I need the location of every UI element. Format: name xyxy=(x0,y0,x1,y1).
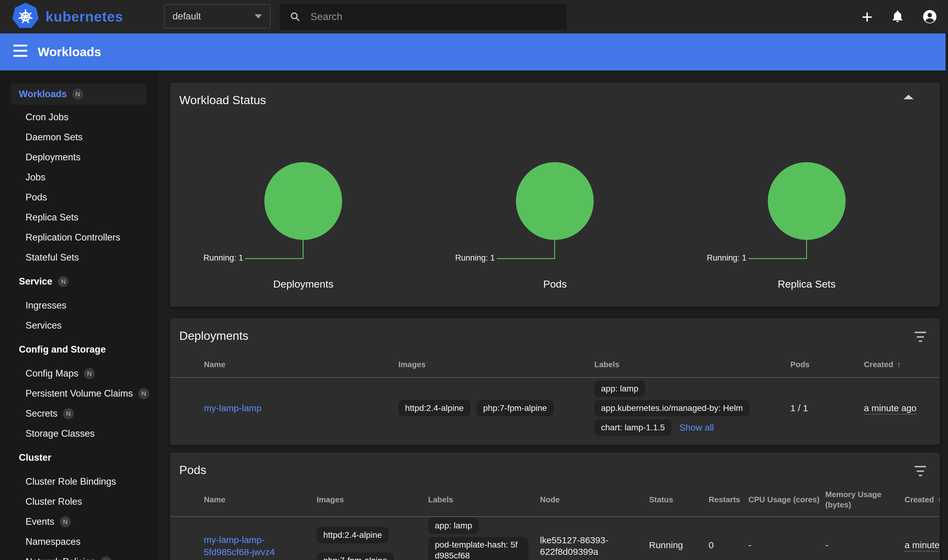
deployments-card-title: Deployments xyxy=(179,329,248,343)
sidebar-item-cluster-role-bindings[interactable]: Cluster Role Bindings xyxy=(0,472,158,492)
pod-name-link[interactable]: my-lamp-lamp-5fd985cf68-jwvz4 xyxy=(204,535,275,557)
chart-title: Deployments xyxy=(177,278,429,290)
sidebar-item-replication-controllers[interactable]: Replication Controllers xyxy=(0,228,158,248)
chart-title: Pods xyxy=(429,278,681,290)
search-input[interactable] xyxy=(310,11,548,23)
label-chip: chart: lamp-1.1.5 xyxy=(594,419,672,436)
column-header-pods[interactable]: Pods xyxy=(790,360,864,369)
sidebar-item-network-policies[interactable]: Network Policies N xyxy=(0,552,158,560)
sidebar-nav: Workloads N Cron Jobs Daemon Sets Deploy… xyxy=(0,71,158,560)
search-bar[interactable] xyxy=(279,4,567,30)
column-header-created[interactable]: Created xyxy=(905,495,940,505)
sidebar-item-workloads[interactable]: Workloads N xyxy=(11,83,146,105)
image-chip: php:7-fpm-alpine xyxy=(476,400,553,416)
sidebar-item-services[interactable]: Services xyxy=(0,315,158,335)
app-header: kubernetes default + xyxy=(0,0,948,34)
sidebar-item-jobs[interactable]: Jobs xyxy=(0,167,158,188)
pod-node: lke55127-86393-622f8d09399a xyxy=(540,534,649,558)
pie-chart-pods xyxy=(516,162,594,240)
column-header-name[interactable]: Name xyxy=(204,360,398,369)
namespaced-badge: N xyxy=(63,408,74,419)
page-title: Workloads xyxy=(38,34,101,71)
kubernetes-logo[interactable]: kubernetes xyxy=(12,3,123,30)
sidebar-item-replica-sets[interactable]: Replica Sets xyxy=(0,208,158,228)
column-header-labels[interactable]: Labels xyxy=(594,360,790,369)
filter-icon[interactable] xyxy=(914,466,926,476)
workload-status-charts: Running: 1 Deployments Running: 1 Pods R… xyxy=(177,162,933,296)
image-chip: httpd:2.4-alpine xyxy=(317,527,388,543)
pods-card: Pods Name Images Labels Node Status Rest… xyxy=(170,452,940,560)
filter-icon[interactable] xyxy=(914,332,926,342)
column-header-status[interactable]: Status xyxy=(649,495,709,505)
leader-line xyxy=(748,258,807,259)
sort-ascending-icon xyxy=(938,495,940,504)
column-header-node[interactable]: Node xyxy=(540,495,649,505)
column-header-created[interactable]: Created xyxy=(864,360,940,369)
sidebar-item-daemon-sets[interactable]: Daemon Sets xyxy=(0,127,158,147)
sidebar-item-stateful-sets[interactable]: Stateful Sets xyxy=(0,248,158,268)
label-chip: pod-template-hash: 5fd985cf68 xyxy=(428,537,529,560)
chart-title: Replica Sets xyxy=(681,278,933,290)
deployment-name-link[interactable]: my-lamp-lamp xyxy=(204,403,262,413)
sidebar-item-config-maps[interactable]: Config Maps N xyxy=(0,363,158,383)
sidebar-item-service[interactable]: Service N xyxy=(0,271,158,292)
deployments-card: Deployments Name Images Labels Pods Crea… xyxy=(170,318,940,445)
create-resource-icon[interactable]: + xyxy=(862,7,872,26)
leader-line xyxy=(245,258,303,259)
column-header-labels[interactable]: Labels xyxy=(428,495,540,505)
sidebar-item-ingresses[interactable]: Ingresses xyxy=(0,295,158,315)
column-header-memory-usage[interactable]: Memory Usage (bytes) xyxy=(825,489,905,510)
collapse-card-icon[interactable] xyxy=(903,95,914,99)
pie-slice-label: Running: 1 xyxy=(455,253,495,263)
pie-chart-replica-sets xyxy=(768,162,846,240)
sidebar-item-events[interactable]: Events N xyxy=(0,512,158,532)
kubernetes-dashboard: kubernetes default + xyxy=(0,0,948,560)
menu-hamburger-icon[interactable] xyxy=(13,45,27,57)
namespaced-badge: N xyxy=(84,368,95,379)
label-chip: app.kubernetes.io/managed-by: Helm xyxy=(594,400,749,416)
namespaced-badge: N xyxy=(60,516,71,527)
column-header-images[interactable]: Images xyxy=(398,360,594,369)
pods-card-title: Pods xyxy=(179,463,206,477)
sidebar-item-pods[interactable]: Pods xyxy=(0,188,158,208)
image-chip: php:7-fpm-alpine xyxy=(317,552,394,560)
created-timestamp: a minute ago xyxy=(864,403,916,415)
search-icon xyxy=(290,12,300,22)
sidebar-item-cron-jobs[interactable]: Cron Jobs xyxy=(0,107,158,127)
column-header-cpu-usage[interactable]: CPU Usage (cores) xyxy=(748,495,825,505)
sidebar-item-storage-classes[interactable]: Storage Classes xyxy=(0,424,158,444)
sidebar-item-cluster-roles[interactable]: Cluster Roles xyxy=(0,492,158,512)
pod-restarts: 0 xyxy=(709,540,748,550)
label-chip: app: lamp xyxy=(594,380,645,397)
pod-memory-usage: - xyxy=(825,540,905,550)
leader-line xyxy=(303,240,304,259)
label-chip: app: lamp xyxy=(428,517,479,534)
chart-replica-sets: Running: 1 Replica Sets xyxy=(681,162,933,296)
deployment-table-row: my-lamp-lamp httpd:2.4-alpine php:7-fpm-… xyxy=(170,378,940,438)
show-all-labels-link[interactable]: Show all xyxy=(680,422,714,433)
sidebar-item-persistent-volume-claims[interactable]: Persistent Volume Claims N xyxy=(0,383,158,404)
workload-status-card: Workload Status Running: 1 Deployments R… xyxy=(170,83,940,307)
namespaced-badge: N xyxy=(58,276,69,287)
namespace-selector[interactable]: default xyxy=(164,4,270,29)
sidebar-item-namespaces[interactable]: Namespaces xyxy=(0,532,158,552)
sidebar-item-secrets[interactable]: Secrets N xyxy=(0,404,158,424)
chevron-down-icon xyxy=(254,14,262,18)
account-avatar-icon[interactable] xyxy=(922,9,937,24)
leader-line xyxy=(497,258,555,259)
sidebar-section-cluster: Cluster xyxy=(0,448,158,468)
column-header-name[interactable]: Name xyxy=(204,495,317,505)
deployments-table-header: Name Images Labels Pods Created xyxy=(170,352,940,378)
page-toolbar: Workloads xyxy=(0,34,948,71)
column-header-restarts[interactable]: Restarts xyxy=(709,495,748,505)
sidebar-section-config-and-storage: Config and Storage xyxy=(0,340,158,360)
pie-chart-deployments xyxy=(264,162,342,240)
leader-line xyxy=(554,240,555,259)
kubernetes-logo-icon xyxy=(12,3,39,31)
pod-table-row: my-lamp-lamp-5fd985cf68-jwvz4 httpd:2.4-… xyxy=(170,517,940,560)
namespaced-badge: N xyxy=(72,89,83,100)
notifications-bell-icon[interactable] xyxy=(890,9,905,24)
column-header-images[interactable]: Images xyxy=(317,495,428,505)
pod-cpu-usage: - xyxy=(748,540,825,550)
sidebar-item-deployments[interactable]: Deployments xyxy=(0,147,158,167)
